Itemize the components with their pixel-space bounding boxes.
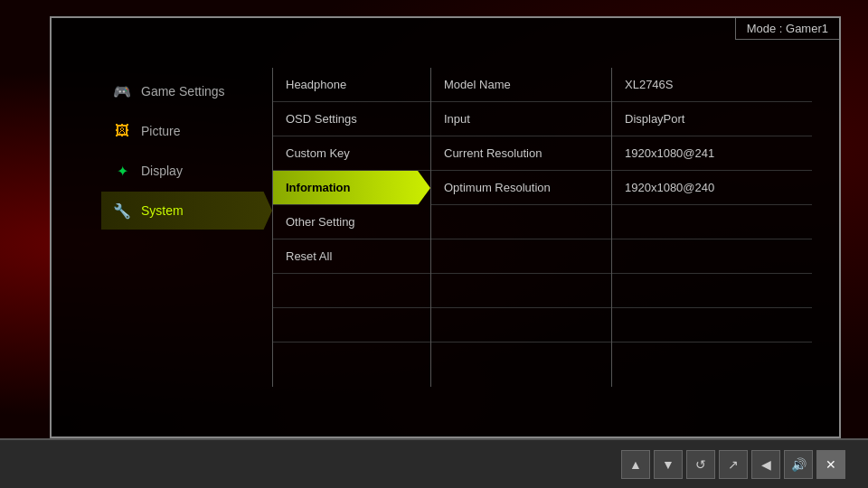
- sidebar-label-display: Display: [141, 164, 183, 178]
- info-values: XL2746S DisplayPort 1920x1080@241 1920x1…: [612, 68, 812, 387]
- info-label-empty2: [431, 239, 611, 274]
- submenu-item-information[interactable]: Information: [273, 171, 430, 205]
- sidebar-item-system[interactable]: 🔧 System: [101, 192, 272, 230]
- taskbar-btn-sound[interactable]: 🔊: [784, 450, 813, 479]
- taskbar-btn-down[interactable]: ▼: [654, 450, 683, 479]
- taskbar-btn-up[interactable]: ▲: [621, 450, 650, 479]
- mode-label: Mode : Gamer1: [735, 18, 839, 40]
- system-icon: 🔧: [112, 201, 132, 221]
- submenu-item-osd-settings[interactable]: OSD Settings: [273, 102, 430, 136]
- info-value-empty4: [612, 308, 812, 343]
- picture-icon: 🖼: [112, 121, 132, 141]
- submenu-item-custom-key[interactable]: Custom Key: [273, 136, 430, 171]
- info-value-optimum-resolution: 1920x1080@240: [612, 171, 812, 205]
- taskbar-btn-refresh[interactable]: ↺: [686, 450, 715, 479]
- display-icon: ✦: [112, 161, 132, 181]
- info-value-empty3: [612, 274, 812, 308]
- info-label-empty4: [431, 308, 611, 343]
- info-labels: Model Name Input Current Resolution Opti…: [431, 68, 612, 387]
- submenu-item-empty1: [273, 274, 430, 308]
- sidebar: 🎮 Game Settings 🖼 Picture ✦ Display 🔧 Sy…: [101, 68, 273, 387]
- sidebar-label-picture: Picture: [141, 124, 181, 138]
- submenu-item-empty2: [273, 308, 430, 343]
- sidebar-label-system: System: [141, 203, 184, 218]
- submenu-item-reset-all[interactable]: Reset All: [273, 239, 430, 274]
- game-settings-icon: 🎮: [112, 81, 132, 101]
- info-value-current-resolution: 1920x1080@241: [612, 136, 812, 171]
- taskbar: ▲ ▼ ↺ ↗ ◀ 🔊 ✕: [0, 438, 868, 488]
- info-value-model-name: XL2746S: [612, 68, 812, 102]
- sidebar-item-picture[interactable]: 🖼 Picture: [101, 112, 272, 150]
- monitor-frame: Mode : Gamer1 🎮 Game Settings 🖼 Picture …: [50, 16, 841, 438]
- info-label-optimum-resolution: Optimum Resolution: [431, 171, 611, 205]
- sidebar-item-display[interactable]: ✦ Display: [101, 152, 272, 190]
- info-label-empty1: [431, 205, 611, 239]
- info-label-input: Input: [431, 102, 611, 136]
- info-value-empty1: [612, 205, 812, 239]
- info-value-empty2: [612, 239, 812, 274]
- submenu-item-headphone[interactable]: Headphone: [273, 68, 430, 102]
- taskbar-btn-back[interactable]: ◀: [751, 450, 780, 479]
- info-label-empty3: [431, 274, 611, 308]
- info-label-current-resolution: Current Resolution: [431, 136, 611, 171]
- info-value-input: DisplayPort: [612, 102, 812, 136]
- sidebar-item-game-settings[interactable]: 🎮 Game Settings: [101, 72, 272, 110]
- taskbar-btn-enter[interactable]: ↗: [719, 450, 748, 479]
- submenu-item-other-setting[interactable]: Other Setting: [273, 205, 430, 239]
- menu-container: 🎮 Game Settings 🖼 Picture ✦ Display 🔧 Sy…: [101, 68, 812, 387]
- info-label-model-name: Model Name: [431, 68, 611, 102]
- sidebar-label-game-settings: Game Settings: [141, 84, 225, 99]
- submenu: Headphone OSD Settings Custom Key Inform…: [273, 68, 431, 387]
- taskbar-btn-close[interactable]: ✕: [816, 450, 845, 479]
